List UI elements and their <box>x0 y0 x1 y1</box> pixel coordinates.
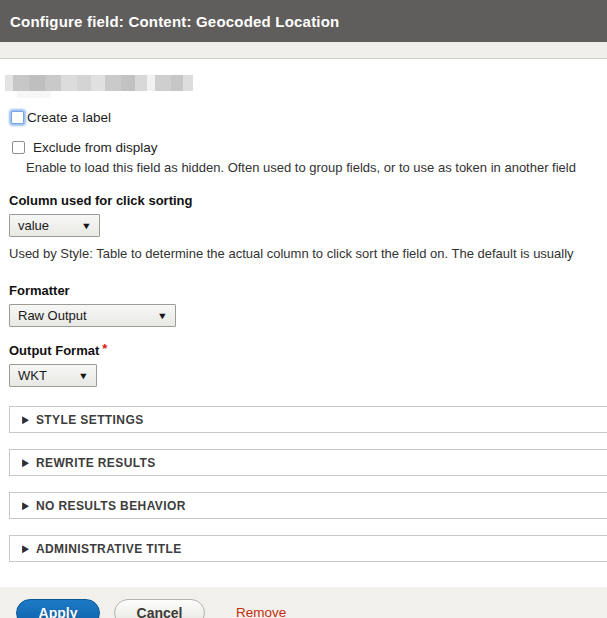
click-sorting-label: Column used for click sorting <box>9 193 607 208</box>
dialog-subbar <box>0 42 607 59</box>
required-asterisk: * <box>102 341 107 356</box>
collapsed-arrow-icon: ▶ <box>22 414 29 426</box>
fieldset-administrative-title[interactable]: ▶ ADMINISTRATIVE TITLE <box>9 535 607 562</box>
apply-button[interactable]: Apply <box>16 599 100 618</box>
click-sorting-description: Used by Style: Table to determine the ac… <box>9 246 607 261</box>
formatter-label: Formatter <box>9 283 607 298</box>
click-sorting-select[interactable]: value ▼ <box>9 214 100 237</box>
create-label-text: Create a label <box>27 110 111 125</box>
output-format-label: Output Format* <box>9 343 607 358</box>
fieldset-no-results-behavior[interactable]: ▶ NO RESULTS BEHAVIOR <box>9 492 607 519</box>
chevron-down-icon: ▼ <box>78 371 89 381</box>
fieldset-style-settings[interactable]: ▶ STYLE SETTINGS <box>9 406 607 433</box>
fieldset-label: NO RESULTS BEHAVIOR <box>36 499 186 513</box>
remove-link[interactable]: Remove <box>236 605 286 618</box>
create-label-row: Create a label <box>9 110 607 125</box>
dialog-body: Create a label Exclude from display Enab… <box>0 75 607 562</box>
collapsed-arrow-icon: ▶ <box>22 457 29 469</box>
chevron-down-icon: ▼ <box>157 311 168 321</box>
exclude-display-text: Exclude from display <box>33 140 158 155</box>
output-format-label-text: Output Format <box>9 343 99 358</box>
create-label-checkbox[interactable] <box>11 111 24 124</box>
cancel-button[interactable]: Cancel <box>114 599 205 618</box>
output-format-value: WKT <box>18 368 47 383</box>
exclude-display-checkbox[interactable] <box>12 141 25 154</box>
redacted-text <box>5 75 193 91</box>
fieldset-label: REWRITE RESULTS <box>36 456 156 470</box>
output-format-select[interactable]: WKT ▼ <box>9 364 97 387</box>
collapsed-arrow-icon: ▶ <box>22 543 29 555</box>
dialog-title: Configure field: Content: Geocoded Locat… <box>10 13 339 30</box>
formatter-select[interactable]: Raw Output ▼ <box>9 304 176 327</box>
exclude-display-description: Enable to load this field as hidden. Oft… <box>9 160 607 175</box>
fieldset-label: STYLE SETTINGS <box>36 413 144 427</box>
dialog-footer: Apply Cancel Remove <box>0 587 607 618</box>
chevron-down-icon: ▼ <box>81 221 92 231</box>
exclude-display-row: Exclude from display <box>9 140 607 155</box>
collapsed-arrow-icon: ▶ <box>22 500 29 512</box>
formatter-value: Raw Output <box>18 308 87 323</box>
click-sorting-value: value <box>18 218 49 233</box>
fieldset-label: ADMINISTRATIVE TITLE <box>36 542 182 556</box>
dialog-header: Configure field: Content: Geocoded Locat… <box>0 0 607 42</box>
redacted-text-shadow <box>17 91 137 98</box>
fieldset-rewrite-results[interactable]: ▶ REWRITE RESULTS <box>9 449 607 476</box>
